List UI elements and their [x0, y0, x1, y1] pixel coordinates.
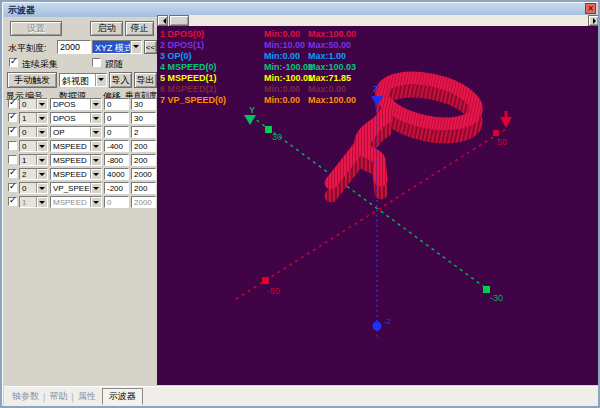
x-axis-arrow-icon	[500, 117, 512, 128]
data-source-select[interactable]: MSPEED	[50, 196, 102, 208]
axis-number-select[interactable]: 2	[19, 168, 48, 180]
vscale-input[interactable]: 2000	[131, 168, 156, 180]
tab-properties[interactable]: 属性	[74, 389, 100, 404]
data-source-select[interactable]: DPOS	[50, 98, 102, 110]
stop-button[interactable]: 停止	[125, 21, 154, 36]
trace-extrusion-wall	[331, 83, 480, 196]
oscilloscope-window: 示波器 ✕ 设置 启动 停止 水平刻度: 2000 XYZ 模式 << 连续采集…	[0, 0, 600, 408]
vscale-input[interactable]: 30	[131, 98, 156, 110]
view-select[interactable]: 斜视图	[59, 73, 107, 87]
vscale-input[interactable]: 2	[131, 126, 156, 138]
chevron-down-icon[interactable]	[90, 155, 101, 165]
channel-checkbox[interactable]	[8, 99, 17, 108]
chevron-down-icon[interactable]	[36, 127, 47, 137]
hscale-input[interactable]: 2000	[57, 40, 91, 54]
vscale-input[interactable]: 2000	[131, 196, 156, 208]
y-axis-letter: Y	[249, 105, 255, 115]
data-source-select[interactable]: MSPEED	[50, 154, 102, 166]
channel-checkbox[interactable]	[8, 141, 17, 150]
chevron-down-icon[interactable]	[130, 41, 141, 53]
mode-select[interactable]: XYZ 模式	[92, 40, 142, 54]
export-button[interactable]: 导出	[134, 72, 157, 88]
collapse-button[interactable]: <<	[144, 40, 157, 54]
data-source-select[interactable]: VP_SPEED	[50, 182, 102, 194]
tab-axis-params[interactable]: 轴参数	[8, 389, 43, 404]
channel-checkbox[interactable]	[8, 183, 17, 192]
z-axis-letter: Z	[373, 84, 379, 94]
close-icon[interactable]: ✕	[585, 3, 596, 14]
chevron-down-icon[interactable]	[90, 127, 101, 137]
status-bar: 轴参数 | 帮助 | 属性 示波器	[4, 386, 600, 408]
axis-number-select[interactable]: 0	[19, 140, 48, 152]
vscale-input[interactable]: 30	[131, 112, 156, 124]
chevron-down-icon[interactable]	[36, 99, 47, 109]
vscale-input[interactable]: 200	[131, 140, 156, 152]
chevron-down-icon[interactable]	[90, 113, 101, 123]
manual-trigger-button[interactable]: 手动触发	[7, 72, 57, 88]
z-axis-tick-neg: -2	[384, 317, 392, 326]
offset-input[interactable]: 0	[104, 126, 129, 138]
channel-checkbox[interactable]	[8, 127, 17, 136]
chevron-down-icon[interactable]	[36, 197, 47, 207]
chevron-down-icon[interactable]	[36, 141, 47, 151]
chevron-down-icon[interactable]	[36, 169, 47, 179]
vscale-input[interactable]: 200	[131, 154, 156, 166]
offset-input[interactable]: -800	[104, 154, 129, 166]
vscale-input[interactable]: 200	[131, 182, 156, 194]
plot-canvas[interactable]: 1 DPOS(0)Min:0.00Max:100.00 2 DPOS(1)Min…	[157, 26, 599, 385]
offset-input[interactable]: 0	[104, 112, 129, 124]
follow-checkbox[interactable]	[92, 58, 101, 67]
channel-checkbox[interactable]	[8, 169, 17, 178]
window-title: 示波器	[4, 4, 35, 17]
chevron-down-icon[interactable]	[90, 197, 101, 207]
axis-number-select[interactable]: 0	[19, 98, 48, 110]
data-source-select[interactable]: DPOS	[50, 112, 102, 124]
chevron-down-icon[interactable]	[90, 183, 101, 193]
view-select-value: 斜视图	[62, 76, 89, 86]
chevron-down-icon[interactable]	[36, 183, 47, 193]
dock-tabs: 轴参数 | 帮助 | 属性 示波器	[8, 388, 143, 405]
data-source-select[interactable]: MSPEED	[50, 168, 102, 180]
offset-input[interactable]: -200	[104, 182, 129, 194]
data-source-select[interactable]: MSPEED	[50, 140, 102, 152]
offset-input[interactable]: -400	[104, 140, 129, 152]
axis-number-select[interactable]: 1	[19, 154, 48, 166]
continuous-checkbox[interactable]	[9, 58, 18, 67]
chevron-down-icon[interactable]	[90, 99, 101, 109]
x-axis-neg-marker	[262, 277, 269, 284]
chevron-down-icon[interactable]	[95, 74, 106, 86]
scroll-left-icon[interactable]	[157, 15, 168, 26]
axis-number-select[interactable]: 0	[19, 126, 48, 138]
channel-checkbox[interactable]	[8, 155, 17, 164]
channel-checkbox[interactable]	[8, 197, 17, 206]
offset-input[interactable]: 0	[104, 196, 129, 208]
axis-number-select[interactable]: 0	[19, 182, 48, 194]
offset-input[interactable]: 4000	[104, 168, 129, 180]
y-axis-arrow-icon	[244, 115, 256, 125]
plot-3d-view: Y 30 -30 -50 50 Z -2	[157, 26, 599, 385]
import-button[interactable]: 导入	[109, 72, 132, 88]
y-axis-tick-marker	[265, 126, 272, 133]
chevron-down-icon[interactable]	[90, 141, 101, 151]
channel-checkbox[interactable]	[8, 113, 17, 122]
tab-help[interactable]: 帮助	[45, 389, 71, 404]
axis-number-select[interactable]: 1	[19, 196, 48, 208]
scrollbar-thumb[interactable]	[169, 15, 189, 26]
settings-button[interactable]: 设置	[10, 21, 62, 36]
chevron-down-icon[interactable]	[90, 169, 101, 179]
x-axis-arrow-icon	[505, 111, 508, 118]
start-button[interactable]: 启动	[90, 21, 123, 36]
follow-label: 跟随	[105, 58, 123, 71]
offset-input[interactable]: 0	[104, 98, 129, 110]
plot-horizontal-scrollbar[interactable]	[157, 15, 599, 26]
chevron-down-icon[interactable]	[36, 155, 47, 165]
z-axis-neg-marker	[373, 322, 382, 331]
tab-oscilloscope[interactable]: 示波器	[102, 388, 143, 405]
y-axis-neg-marker	[483, 286, 490, 293]
data-source-select[interactable]: OP	[50, 126, 102, 138]
axis-number-select[interactable]: 1	[19, 112, 48, 124]
mode-select-value: XYZ 模式	[95, 43, 133, 53]
control-panel: 设置 启动 停止 水平刻度: 2000 XYZ 模式 << 连续采集 跟随 手动…	[4, 17, 157, 386]
scroll-right-icon[interactable]	[588, 15, 599, 26]
chevron-down-icon[interactable]	[36, 113, 47, 123]
